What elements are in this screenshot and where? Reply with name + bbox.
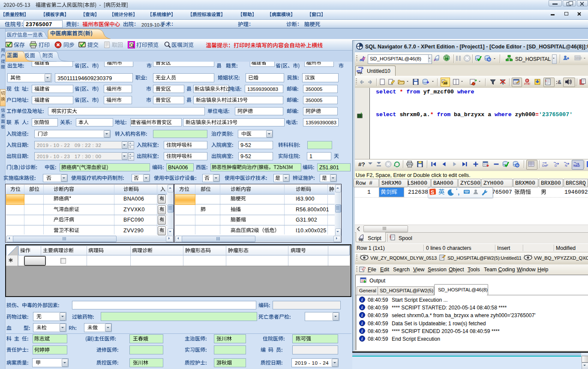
svg-text:1010: 1010 bbox=[575, 57, 582, 60]
svg-text:i: i bbox=[361, 329, 363, 333]
svg-text:Def: Def bbox=[542, 164, 548, 168]
svg-text:SQL: SQL bbox=[357, 72, 363, 74]
svg-text:N&D: N&D bbox=[573, 164, 580, 167]
svg-text:?: ? bbox=[526, 79, 528, 82]
svg-text:i: i bbox=[361, 297, 363, 302]
svg-text:5: 5 bbox=[390, 236, 391, 239]
svg-text:W: W bbox=[445, 57, 449, 61]
svg-text:SQL: SQL bbox=[359, 239, 364, 241]
svg-text:i: i bbox=[361, 336, 363, 341]
svg-text:ab: ab bbox=[444, 81, 447, 84]
svg-text:S: S bbox=[431, 189, 434, 195]
svg-text:i: i bbox=[361, 321, 363, 326]
svg-text:5: 5 bbox=[545, 80, 547, 83]
svg-text:N: N bbox=[565, 164, 567, 168]
svg-text:i: i bbox=[361, 313, 363, 318]
svg-text:D: D bbox=[555, 164, 557, 168]
svg-text:i: i bbox=[361, 305, 363, 310]
svg-text:#?X!: #?X! bbox=[524, 82, 530, 85]
